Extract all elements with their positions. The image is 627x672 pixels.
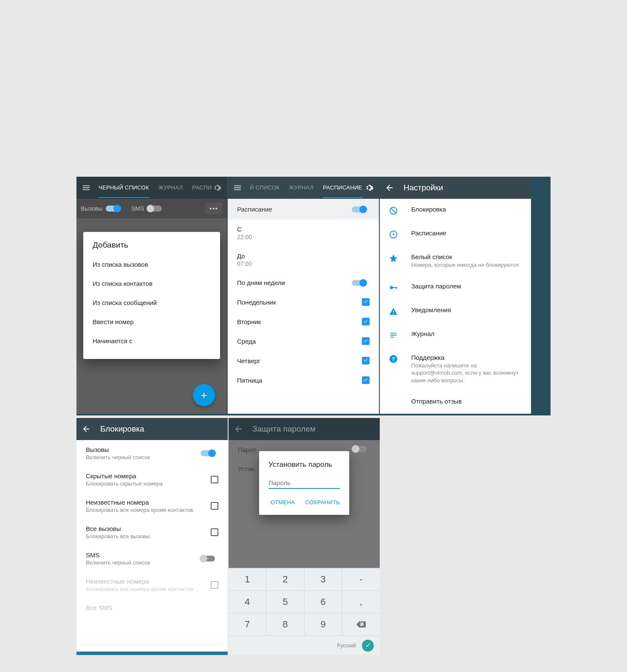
subbar: Вызовы SMS ••• [76,199,227,218]
cancel-button[interactable]: ОТМЕНА [271,499,295,505]
schedule-toggle[interactable] [352,206,366,212]
day-fri[interactable]: Пятница [228,370,379,390]
ok-button[interactable] [362,640,374,652]
key-5[interactable]: 5 [266,591,304,613]
key-7[interactable]: 7 [229,613,266,635]
screen-schedule: Й СПИСОК ЖУРНАЛ РАСПИСАНИЕ Расписание С2… [228,177,379,414]
page-title: Защита паролем [252,424,375,434]
add-enter-number[interactable]: Ввести номер [83,312,220,331]
settings-support[interactable]: ?ПоддержкаПожалуйста напишите на support… [380,347,531,391]
key-backspace[interactable] [342,613,380,635]
checkbox-icon[interactable] [362,318,370,325]
keypad: 1 2 3 - 4 5 6 , 7 8 9 Русский [229,568,380,655]
add-from-calls[interactable]: Из списка вызовов [83,255,220,274]
lang-label[interactable]: Русский [337,643,356,649]
checkbox-icon[interactable] [211,476,218,483]
settings-journal[interactable]: Журнал [380,323,531,347]
add-starts-with[interactable]: Начинается с [83,331,220,350]
key-8[interactable]: 8 [266,613,304,635]
day-mon[interactable]: Понедельник [228,292,379,312]
appbar: ЧЕРНЫЙ СПИСОК ЖУРНАЛ РАСПИ [76,177,227,199]
svg-rect-6 [393,311,394,313]
unknown-row[interactable]: Неизвестные номераБлокировать все номера… [76,493,228,519]
svg-line-1 [391,209,396,213]
calls-toggle[interactable] [201,450,215,456]
star-icon [388,253,398,263]
password-toggle [353,446,367,452]
more-button[interactable]: ••• [205,203,223,215]
warning-icon [388,306,398,316]
tab-journal[interactable]: ЖУРНАЛ [289,184,314,192]
add-dialog: Добавить Из списка вызовов Из списка кон… [83,232,220,359]
password-input[interactable] [268,477,340,489]
key-2[interactable]: 2 [266,568,304,590]
appbar: Блокировка [76,418,228,440]
key-3[interactable]: 3 [305,568,342,590]
screen-settings: Настройки Блокировка Расписание Белый сп… [380,177,531,414]
key-6[interactable]: 6 [305,591,342,613]
add-from-contacts[interactable]: Из списка контактов [83,274,220,293]
sms-row[interactable]: SMSВключить черный список [76,545,228,572]
tab-blacklist[interactable]: ЧЕРНЫЙ СПИСОК [99,184,149,198]
help-icon: ? [388,354,398,364]
settings-feedback[interactable]: Отправить отзыв [380,391,531,414]
day-thu[interactable]: Четверг [228,351,379,370]
key-dash[interactable]: - [342,568,380,590]
sms-toggle[interactable] [201,556,215,562]
tab-journal[interactable]: ЖУРНАЛ [158,184,183,192]
key-9[interactable]: 9 [305,613,342,635]
hidden-row[interactable]: Скрытые номераБлокировать скрытые номера [76,466,228,493]
gear-icon[interactable] [212,183,222,192]
calls-toggle[interactable] [106,206,120,212]
day-wed[interactable]: Среда [228,331,379,351]
screen-blocking: Блокировка ВызовыВключить черный список … [76,418,228,655]
key-comma[interactable]: , [342,591,380,613]
gear-icon[interactable] [364,183,374,192]
dialog-title: Добавить [83,240,220,255]
svg-rect-5 [396,287,397,289]
settings-password[interactable]: Защита паролем [380,276,531,299]
checkbox-icon[interactable] [211,528,218,536]
tab-schedule[interactable]: РАСПИСАНИЕ [323,184,362,198]
checkbox-icon[interactable] [362,357,370,364]
checkbox-icon[interactable] [362,337,370,345]
menu-icon[interactable] [82,183,91,192]
bottombar [76,652,228,655]
add-from-messages[interactable]: Из списка сообщений [83,293,220,312]
menu-icon[interactable] [233,183,242,192]
save-button[interactable]: СОХРАНИТЬ [305,499,340,505]
checkbox-icon[interactable] [211,502,218,510]
svg-text:?: ? [392,356,395,362]
settings-notifications[interactable]: Уведомления [380,299,531,323]
calls-label: Вызовы [81,205,102,212]
tab-blacklist[interactable]: Й СПИСОК [250,184,280,192]
settings-block[interactable]: Блокировка [380,199,531,223]
add-fab[interactable]: + [193,384,215,406]
key-1[interactable]: 1 [229,568,266,590]
schedule-toggle-row[interactable]: Расписание [228,199,379,220]
back-icon[interactable] [385,183,394,192]
back-icon[interactable] [234,424,243,434]
key-4[interactable]: 4 [229,591,266,613]
appbar: Й СПИСОК ЖУРНАЛ РАСПИСАНИЕ [228,177,379,199]
from-row[interactable]: С22:00 [228,220,379,246]
calls-row[interactable]: ВызовыВключить черный список [76,440,228,466]
bydays-toggle[interactable] [352,280,366,286]
svg-point-3 [390,286,393,289]
svg-rect-7 [393,313,394,314]
appbar: Защита паролем [229,418,380,440]
checkbox-icon[interactable] [362,298,370,306]
allcalls-row[interactable]: Все вызовыБлокировать все вызовы [76,519,228,545]
to-row[interactable]: До07:00 [228,246,379,273]
day-tue[interactable]: Вторник [228,312,379,331]
settings-whitelist[interactable]: Белый списокНомера, которые никогда не б… [380,246,531,276]
tab-schedule[interactable]: РАСПИ [192,184,212,192]
page-title: Блокировка [100,424,223,434]
key-icon [388,282,398,293]
checkbox-icon[interactable] [362,376,370,384]
settings-schedule[interactable]: Расписание [380,223,531,246]
bydays-row[interactable]: По дням недели [228,273,379,292]
sms-toggle[interactable] [147,206,162,212]
back-icon[interactable] [82,424,91,434]
screen-password: Защита паролем Парол Устан Установить па… [229,418,380,655]
